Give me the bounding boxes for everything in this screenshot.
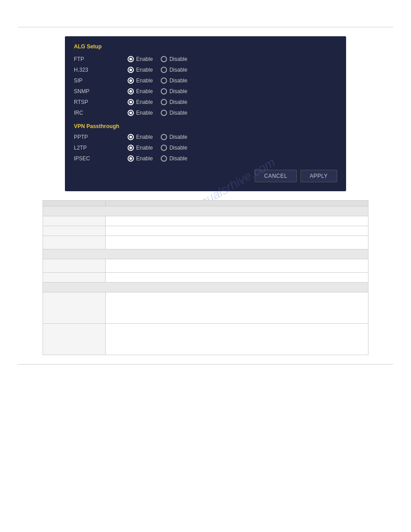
ipsec-row: IPSEC Enable Disable	[74, 155, 337, 162]
ftp-disable-option[interactable]: Disable	[161, 56, 187, 62]
rtsp-disable-option[interactable]: Disable	[161, 99, 187, 105]
sip-enable-radio[interactable]	[128, 77, 134, 84]
snmp-enable-option[interactable]: Enable	[128, 88, 153, 94]
h323-label: H.323	[74, 67, 128, 73]
ftp-enable-radio[interactable]	[128, 56, 134, 62]
sip-row: SIP Enable Disable	[74, 77, 337, 84]
table-section-cell-2	[43, 249, 368, 259]
table-label-cell	[43, 226, 106, 236]
sip-radio-group: Enable Disable	[128, 77, 187, 84]
table-col1-header	[43, 201, 106, 206]
snmp-disable-option[interactable]: Disable	[161, 88, 187, 94]
snmp-enable-radio[interactable]	[128, 88, 134, 94]
h323-enable-option[interactable]: Enable	[128, 67, 153, 73]
snmp-radio-group: Enable Disable	[128, 88, 187, 94]
irc-enable-option[interactable]: Enable	[128, 110, 153, 116]
snmp-label: SNMP	[74, 88, 128, 94]
ftp-enable-option[interactable]: Enable	[128, 56, 153, 62]
table-label-cell	[43, 216, 106, 226]
top-divider	[18, 27, 393, 27]
l2tp-disable-label: Disable	[169, 145, 187, 151]
table-row	[43, 236, 368, 249]
rtsp-label: RTSP	[74, 99, 128, 105]
h323-enable-radio[interactable]	[128, 67, 134, 73]
table-label-cell-tall	[43, 324, 106, 355]
sip-enable-option[interactable]: Enable	[128, 77, 153, 84]
ipsec-disable-option[interactable]: Disable	[161, 155, 187, 162]
ipsec-enable-label: Enable	[136, 155, 153, 162]
h323-disable-label: Disable	[169, 67, 187, 73]
alg-setup-panel: ALG Setup FTP Enable Disable H.323	[65, 36, 346, 191]
apply-button[interactable]: APPLY	[300, 170, 337, 182]
rtsp-disable-radio[interactable]	[161, 99, 167, 105]
h323-disable-option[interactable]: Disable	[161, 67, 187, 73]
snmp-disable-radio[interactable]	[161, 88, 167, 94]
l2tp-radio-group: Enable Disable	[128, 145, 187, 151]
table-value-cell	[106, 226, 368, 236]
l2tp-enable-radio[interactable]	[128, 145, 134, 151]
pptp-row: PPTP Enable Disable	[74, 134, 337, 140]
irc-disable-radio[interactable]	[161, 110, 167, 116]
pptp-enable-option[interactable]: Enable	[128, 134, 153, 140]
snmp-enable-label: Enable	[136, 88, 153, 94]
irc-enable-radio[interactable]	[128, 110, 134, 116]
ipsec-disable-label: Disable	[169, 155, 187, 162]
ftp-radio-group: Enable Disable	[128, 56, 187, 62]
pptp-disable-radio[interactable]	[161, 134, 167, 140]
irc-row: IRC Enable Disable	[74, 110, 337, 116]
rtsp-disable-label: Disable	[169, 99, 187, 105]
ftp-row: FTP Enable Disable	[74, 56, 337, 62]
info-table	[43, 200, 368, 355]
table-row	[43, 226, 368, 236]
pptp-enable-label: Enable	[136, 134, 153, 140]
rtsp-enable-option[interactable]: Enable	[128, 99, 153, 105]
l2tp-enable-label: Enable	[136, 145, 153, 151]
table-section-cell-3	[43, 283, 368, 292]
l2tp-row: L2TP Enable Disable	[74, 145, 337, 151]
irc-label: IRC	[74, 110, 128, 116]
ftp-enable-label: Enable	[136, 56, 153, 62]
irc-disable-label: Disable	[169, 110, 187, 116]
l2tp-disable-radio[interactable]	[161, 145, 167, 151]
ftp-disable-label: Disable	[169, 56, 187, 62]
pptp-disable-option[interactable]: Disable	[161, 134, 187, 140]
ipsec-disable-radio[interactable]	[161, 155, 167, 162]
table-row-tall	[43, 292, 368, 324]
rtsp-row: RTSP Enable Disable	[74, 99, 337, 105]
l2tp-disable-option[interactable]: Disable	[161, 145, 187, 151]
table-value-cell	[106, 259, 368, 273]
info-table-section	[43, 200, 368, 355]
pptp-enable-radio[interactable]	[128, 134, 134, 140]
sip-disable-radio[interactable]	[161, 77, 167, 84]
cancel-button[interactable]: CANCEL	[255, 170, 297, 182]
h323-enable-label: Enable	[136, 67, 153, 73]
l2tp-enable-option[interactable]: Enable	[128, 145, 153, 151]
irc-disable-option[interactable]: Disable	[161, 110, 187, 116]
bottom-divider	[18, 364, 393, 365]
ftp-disable-radio[interactable]	[161, 56, 167, 62]
table-label-cell	[43, 273, 106, 283]
pptp-radio-group: Enable Disable	[128, 134, 187, 140]
vpn-passthrough-title: VPN Passthrough	[74, 123, 337, 129]
table-col2-header	[106, 201, 368, 206]
table-row	[43, 259, 368, 273]
table-section-row-2	[43, 249, 368, 259]
alg-setup-title: ALG Setup	[74, 43, 337, 50]
table-label-cell	[43, 259, 106, 273]
sip-enable-label: Enable	[136, 77, 153, 84]
h323-radio-group: Enable Disable	[128, 67, 187, 73]
ipsec-enable-radio[interactable]	[128, 155, 134, 162]
table-row	[43, 273, 368, 283]
snmp-disable-label: Disable	[169, 88, 187, 94]
irc-radio-group: Enable Disable	[128, 110, 187, 116]
table-row	[43, 216, 368, 226]
sip-disable-option[interactable]: Disable	[161, 77, 187, 84]
rtsp-enable-radio[interactable]	[128, 99, 134, 105]
button-row: CANCEL APPLY	[74, 170, 337, 182]
h323-disable-radio[interactable]	[161, 67, 167, 73]
table-value-cell	[106, 236, 368, 249]
ipsec-enable-option[interactable]: Enable	[128, 155, 153, 162]
table-label-cell	[43, 236, 106, 249]
ipsec-label: IPSEC	[74, 155, 128, 162]
l2tp-label: L2TP	[74, 145, 128, 151]
